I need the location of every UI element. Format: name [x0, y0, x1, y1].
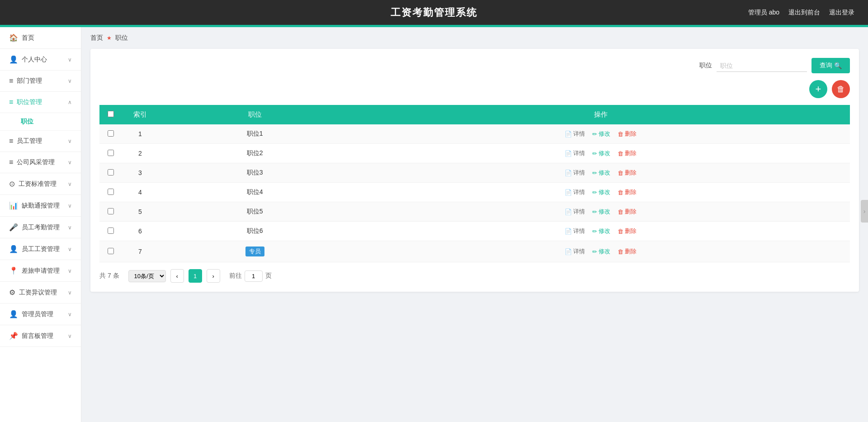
delete-btn[interactable]: 🗑 删除 [618, 208, 637, 216]
detail-btn[interactable]: 📄 详情 [565, 247, 585, 256]
detail-btn[interactable]: 📄 详情 [565, 208, 585, 216]
row-actions: 📄 详情 ✏ 修改 🗑 删除 [359, 188, 843, 196]
sidebar-item-noticeboard[interactable]: 📌 留言板管理 ∨ [0, 325, 81, 347]
search-icon: 🔍 [834, 62, 842, 69]
right-handle-icon: › [863, 208, 866, 215]
sidebar-item-travel[interactable]: 📍 差旅申请管理 ∨ [0, 260, 81, 282]
search-input[interactable] [717, 60, 807, 72]
page-1-btn[interactable]: 1 [189, 269, 202, 283]
add-button[interactable]: + [809, 80, 827, 98]
edit-icon: ✏ [592, 228, 597, 235]
sidebar-item-salary-std[interactable]: ⊙ 工资标准管理 ∨ [0, 173, 81, 195]
detail-icon: 📄 [565, 209, 572, 215]
edit-btn[interactable]: ✏ 修改 [592, 247, 610, 256]
edit-label: 修改 [599, 188, 610, 196]
detail-btn[interactable]: 📄 详情 [565, 149, 585, 157]
sidebar-item-position[interactable]: ≡ 职位管理 ∧ [0, 92, 81, 113]
edit-btn[interactable]: ✏ 修改 [592, 227, 610, 235]
sidebar-item-personal[interactable]: 👤 个人中心 ∨ [0, 49, 81, 71]
sidebar-item-dept[interactable]: ≡ 部门管理 ∨ [0, 71, 81, 92]
row-checkbox[interactable] [108, 130, 114, 137]
delete-btn[interactable]: 🗑 删除 [618, 169, 637, 177]
row-checkbox[interactable] [108, 208, 114, 214]
sidebar-employee-label: 员工管理 [17, 137, 42, 145]
per-page-select[interactable]: 10条/页 20条/页 50条/页 [128, 270, 166, 282]
edit-btn[interactable]: ✏ 修改 [592, 169, 610, 177]
chevron-down-icon3: ∨ [68, 138, 72, 144]
sidebar-item-absence[interactable]: 📊 缺勤通报管理 ∨ [0, 195, 81, 217]
edit-btn[interactable]: ✏ 修改 [592, 188, 610, 196]
detail-btn[interactable]: 📄 详情 [565, 130, 585, 138]
sidebar-subitem-position-list[interactable]: 职位 [0, 113, 81, 131]
chevron-down-icon2: ∨ [68, 78, 72, 84]
delete-btn[interactable]: 🗑 删除 [618, 149, 637, 157]
breadcrumb-home[interactable]: 首页 [90, 34, 103, 42]
detail-icon: 📄 [565, 131, 572, 138]
edit-icon: ✏ [592, 150, 597, 157]
chevron-down-icon12: ∨ [68, 333, 72, 339]
row-checkbox[interactable] [108, 248, 114, 254]
trash-icon: 🗑 [618, 170, 623, 176]
delete-btn[interactable]: 🗑 删除 [618, 227, 637, 235]
sidebar-item-dispute[interactable]: ⚙ 工资异议管理 ∨ [0, 282, 81, 303]
sidebar-item-emp-salary[interactable]: 👤 员工工资管理 ∨ [0, 238, 81, 260]
row-checkbox[interactable] [108, 150, 114, 156]
next-page-btn[interactable]: › [207, 269, 220, 283]
pagination-total: 共 7 条 [99, 272, 119, 280]
sidebar-emp-salary-label: 员工工资管理 [22, 245, 60, 253]
delete-label: 删除 [625, 149, 637, 157]
edit-btn[interactable]: ✏ 修改 [592, 149, 610, 157]
page-goto: 前往 页 [229, 270, 272, 282]
header-actions: 管理员 abo 退出到前台 退出登录 [748, 9, 854, 17]
row-checkbox[interactable] [108, 169, 114, 175]
prev-page-btn[interactable]: ‹ [170, 269, 184, 283]
trash-icon: 🗑 [618, 150, 623, 157]
header: 工资考勤管理系统 管理员 abo 退出到前台 退出登录 [0, 0, 868, 25]
sidebar-home-label: 首页 [22, 34, 34, 42]
row-checkbox[interactable] [108, 189, 114, 195]
detail-btn[interactable]: 📄 详情 [565, 169, 585, 177]
search-button[interactable]: 查询 🔍 [811, 58, 850, 73]
sidebar-item-admin-mgr[interactable]: 👤 管理员管理 ∨ [0, 303, 81, 325]
sidebar-absence-label: 缺勤通报管理 [22, 202, 60, 210]
right-collapse-handle[interactable]: › [861, 200, 868, 223]
sidebar-personal-label: 个人中心 [22, 56, 47, 64]
row-actions: 📄 详情 ✏ 修改 🗑 删除 [359, 149, 843, 157]
position-tag: 专员 [245, 247, 264, 256]
trash-icon: 🗑 [618, 131, 623, 138]
row-position-name: 职位5 [158, 202, 351, 222]
sidebar-item-employee[interactable]: ≡ 员工管理 ∨ [0, 131, 81, 152]
sidebar-item-company[interactable]: ≡ 公司风采管理 ∨ [0, 152, 81, 173]
detail-btn[interactable]: 📄 详情 [565, 227, 585, 235]
chevron-down-icon9: ∨ [68, 268, 72, 274]
sidebar-item-attendance[interactable]: 🎤 员工考勤管理 ∨ [0, 217, 81, 238]
employee-icon: ≡ [9, 137, 13, 145]
goto-suffix: 页 [265, 272, 272, 280]
detail-icon: 📄 [565, 228, 572, 235]
row-actions-cell: 📄 详情 ✏ 修改 🗑 删除 [351, 241, 850, 262]
logout-btn[interactable]: 退出登录 [829, 9, 854, 17]
detail-label: 详情 [573, 169, 585, 177]
delete-label: 删除 [625, 227, 637, 235]
batch-delete-button[interactable]: 🗑 [832, 80, 850, 98]
edit-btn[interactable]: ✏ 修改 [592, 130, 610, 138]
sidebar-item-home[interactable]: 🏠 首页 [0, 27, 81, 49]
detail-btn[interactable]: 📄 详情 [565, 188, 585, 196]
chevron-down-icon8: ∨ [68, 246, 72, 252]
sidebar-position-label: 职位管理 [17, 98, 42, 106]
row-actions: 📄 详情 ✏ 修改 🗑 删除 [359, 169, 843, 177]
delete-btn[interactable]: 🗑 删除 [618, 188, 637, 196]
row-actions: 📄 详情 ✏ 修改 🗑 删除 [359, 227, 843, 235]
chevron-down-icon: ∨ [68, 57, 72, 63]
delete-btn[interactable]: 🗑 删除 [618, 247, 637, 256]
delete-btn[interactable]: 🗑 删除 [618, 130, 637, 138]
goto-front-btn[interactable]: 退出到前台 [788, 9, 820, 17]
add-icon: + [816, 83, 821, 95]
admin-mgr-icon: 👤 [9, 310, 18, 318]
delete-label: 删除 [625, 130, 637, 138]
goto-input[interactable] [245, 270, 263, 282]
edit-btn[interactable]: ✏ 修改 [592, 208, 610, 216]
row-checkbox[interactable] [108, 228, 114, 234]
select-all-checkbox[interactable] [108, 111, 114, 117]
action-buttons: + 🗑 [99, 80, 850, 98]
